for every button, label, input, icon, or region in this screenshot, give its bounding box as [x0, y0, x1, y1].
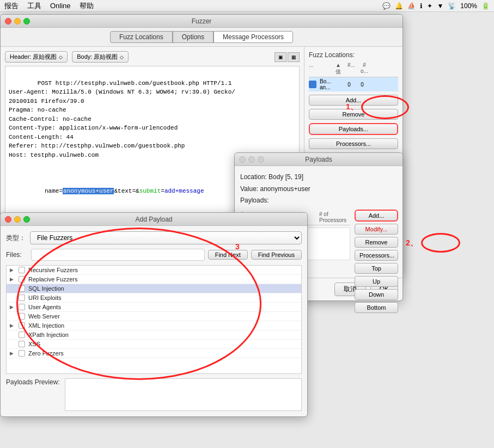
preview-row: Payloads Preview:	[6, 378, 302, 411]
fuzzer-titlebar: Fuzzer	[1, 15, 402, 28]
payloads-maximize[interactable]	[258, 156, 264, 163]
file-list-item[interactable]: ▶XML Injection	[7, 321, 301, 330]
files-label: Files:	[6, 251, 28, 259]
file-checkbox[interactable]	[19, 267, 25, 273]
file-list-item[interactable]: ▶Replacive Fuzzers	[7, 275, 301, 284]
find-next-button[interactable]: Find Next	[208, 250, 248, 260]
header-selector[interactable]: Header: 原始视图	[5, 51, 68, 63]
file-list-item[interactable]: Web Server	[7, 312, 301, 321]
file-name-label: User Agents	[28, 304, 61, 310]
file-name-label: SQL Injection	[28, 285, 64, 292]
file-list-item[interactable]: XSS	[7, 340, 301, 349]
tab-fuzz-locations[interactable]: Fuzz Locations	[110, 31, 173, 43]
file-checkbox[interactable]	[19, 276, 25, 283]
payloads-top-button[interactable]: Top	[355, 263, 398, 274]
view-btn-1[interactable]: ▣	[275, 52, 286, 62]
payloads-bottom-button[interactable]: Bottom	[355, 302, 398, 313]
battery-icon: 🔋	[481, 2, 490, 10]
fuzz-line: name=anonymous+user&text=&submit=add+mes…	[9, 188, 204, 204]
view-btn-2[interactable]: ▦	[288, 52, 300, 62]
type-row: 类型： File Fuzzers	[6, 231, 302, 244]
view-buttons: ▣ ▦	[275, 52, 300, 62]
payloads-minimize[interactable]	[248, 156, 255, 163]
add-payload-traffic-lights	[5, 216, 30, 223]
payloads-actions: Add... Modify... Remove Processors... To…	[355, 210, 398, 313]
add-payload-window: Add Payload 类型： File Fuzzers Files: Find…	[0, 212, 308, 417]
tab-message-processors[interactable]: Message Processors	[214, 31, 293, 43]
remove-button[interactable]: Remove	[309, 109, 398, 120]
file-arrow-icon: ▶	[10, 267, 15, 273]
wifi-icon: ▼	[437, 2, 443, 10]
file-checkbox[interactable]	[19, 294, 25, 301]
file-checkbox[interactable]	[19, 332, 25, 338]
add-button[interactable]: Add...	[309, 95, 398, 106]
network-icon: ⛵	[407, 2, 416, 10]
payloads-traffic-lights	[239, 156, 264, 163]
type-label: 类型：	[6, 234, 26, 243]
file-list[interactable]: ▶Recursive Fuzzers▶Replacive Fuzzers SQL…	[6, 265, 302, 374]
bluetooth-icon: ✦	[427, 2, 432, 10]
add-payload-content: 类型： File Fuzzers Files: Find Next Find P…	[1, 226, 307, 416]
minimize-button[interactable]	[14, 18, 21, 24]
file-checkbox[interactable]	[19, 304, 25, 310]
body-selector[interactable]: Body: 原始视图	[72, 51, 129, 63]
fuzz-locations-title: Fuzz Locations:	[309, 51, 398, 59]
row-color-indicator	[309, 81, 316, 88]
file-list-item[interactable]: XPath Injection	[7, 330, 301, 340]
find-previous-button[interactable]: Find Previous	[251, 250, 302, 260]
preview-area	[65, 378, 302, 411]
fuzz-table-row[interactable]: Bo... an... 0 0	[309, 77, 398, 91]
close-button[interactable]	[5, 18, 11, 24]
file-checkbox[interactable]	[19, 285, 25, 292]
col-header-2: ▲ 值	[333, 62, 344, 76]
file-list-item[interactable]: ▶Zero Fuzzers	[7, 349, 301, 358]
col-header-4: # o...	[359, 62, 370, 76]
payloads-button[interactable]: Payloads...	[309, 123, 398, 135]
processors-button[interactable]: Processors...	[309, 138, 398, 149]
notification-icon: 🔔	[395, 2, 403, 10]
row-name: Bo... an...	[320, 78, 341, 90]
menubar-item-online[interactable]: Online	[50, 2, 71, 10]
value-text: Value: anonymous+user	[240, 183, 350, 195]
files-row: Files: Find Next Find Previous	[6, 249, 302, 261]
file-checkbox[interactable]	[19, 322, 25, 329]
ap-close[interactable]	[5, 216, 11, 223]
payloads-modify-button[interactable]: Modify...	[355, 224, 398, 235]
payloads-label: Payloads:	[240, 195, 350, 207]
fuzz-table-header: ... ▲ 值 #... # o...	[309, 62, 398, 77]
file-arrow-icon: ▶	[10, 323, 15, 328]
add-payload-titlebar: Add Payload	[1, 213, 307, 226]
payloads-add-button[interactable]: Add...	[355, 210, 398, 222]
request-content: POST http://testphp.vulnweb.com/guestboo…	[9, 80, 235, 158]
payloads-remove-button[interactable]: Remove	[355, 237, 398, 248]
param-rest: &text=&submit=add+message	[114, 188, 204, 194]
menubar-item-tools[interactable]: 工具	[27, 1, 41, 11]
file-checkbox[interactable]	[19, 350, 25, 357]
menubar-item-help[interactable]: 帮助	[80, 1, 94, 11]
annotation-label-2: 2、	[406, 238, 418, 248]
payloads-up-button[interactable]: Up	[355, 276, 398, 287]
file-checkbox[interactable]	[19, 313, 25, 320]
tab-options[interactable]: Options	[173, 31, 214, 43]
ap-maximize[interactable]	[23, 216, 30, 223]
maximize-button[interactable]	[23, 18, 30, 24]
files-input[interactable]	[31, 249, 205, 261]
location-text: Location: Body [5, 19]	[240, 171, 350, 183]
file-arrow-icon: ▶	[10, 304, 15, 310]
file-list-item[interactable]: SQL Injection	[7, 284, 301, 293]
file-list-item[interactable]: URI Exploits	[7, 293, 301, 303]
param-name-1: name=	[45, 188, 63, 194]
file-list-item[interactable]: ▶Recursive Fuzzers	[7, 266, 301, 275]
payloads-processors-button[interactable]: Processors...	[355, 250, 398, 261]
menubar-item-report[interactable]: 报告	[4, 1, 19, 11]
payloads-down-button[interactable]: Down	[355, 289, 398, 300]
file-name-label: Recursive Fuzzers	[28, 267, 78, 273]
type-select[interactable]: File Fuzzers	[30, 231, 302, 244]
pcol-proc: # of Processors	[319, 211, 350, 223]
row-count1: 0	[344, 82, 355, 88]
ap-minimize[interactable]	[14, 216, 21, 223]
annotation-circle-2	[421, 233, 460, 253]
file-list-item[interactable]: ▶User Agents	[7, 303, 301, 312]
payloads-close[interactable]	[239, 156, 246, 163]
file-checkbox[interactable]	[19, 341, 25, 347]
